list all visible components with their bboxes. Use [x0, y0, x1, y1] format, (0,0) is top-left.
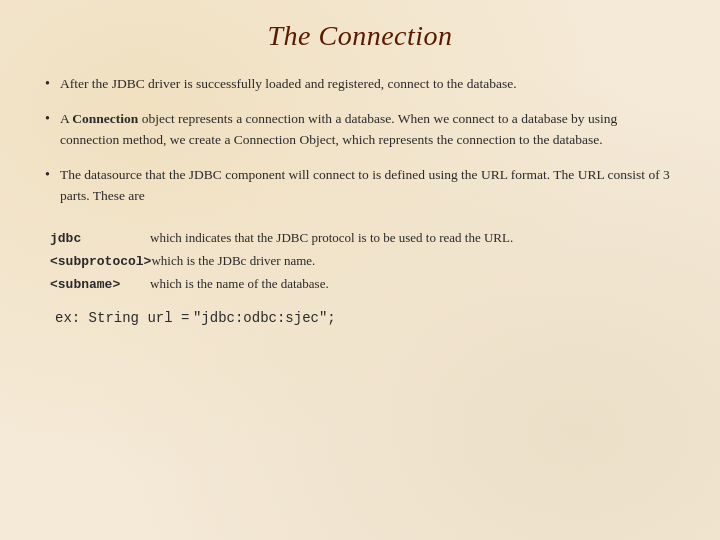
bullet-2-bold: Connection: [72, 111, 138, 126]
bullet-2-intro: A: [60, 111, 72, 126]
code-line-2: <subprotocol> which is the JDBc driver n…: [50, 250, 675, 273]
code-desc-2: which is the JDBc driver name.: [151, 250, 315, 272]
code-keyword-3: <subname>: [50, 274, 150, 296]
page-container: The Connection • After the JDBC driver i…: [0, 0, 720, 540]
bullet-2: • A Connection object represents a conne…: [45, 109, 675, 151]
bullet-dot-3: •: [45, 167, 50, 183]
code-line-1: jdbc which indicates that the JDBC proto…: [50, 227, 675, 250]
bullet-text-1: After the JDBC driver is successfully lo…: [60, 74, 517, 95]
example-section: ex: String url = "jdbc:odbc:sjec";: [55, 310, 675, 326]
bullet-1: • After the JDBC driver is successfully …: [45, 74, 675, 95]
code-line-3: <subname> which is the name of the datab…: [50, 273, 675, 296]
code-desc-1: which indicates that the JDBC protocol i…: [150, 227, 513, 249]
bullet-text-3: The datasource that the JDBC component w…: [60, 165, 675, 207]
code-section: jdbc which indicates that the JDBC proto…: [50, 227, 675, 296]
bullet-3: • The datasource that the JDBC component…: [45, 165, 675, 207]
example-value: "jdbc:odbc:sjec";: [193, 310, 336, 326]
bullet-text-2: A Connection object represents a connect…: [60, 109, 675, 151]
bullet-dot-1: •: [45, 76, 50, 92]
page-title: The Connection: [45, 20, 675, 52]
code-keyword-1: jdbc: [50, 228, 150, 250]
code-keyword-2: <subprotocol>: [50, 251, 151, 273]
bullet-dot-2: •: [45, 111, 50, 127]
example-label: ex: String url =: [55, 310, 189, 326]
bullet-2-rest: object represents a connection with a da…: [60, 111, 617, 147]
code-desc-3: which is the name of the database.: [150, 273, 329, 295]
